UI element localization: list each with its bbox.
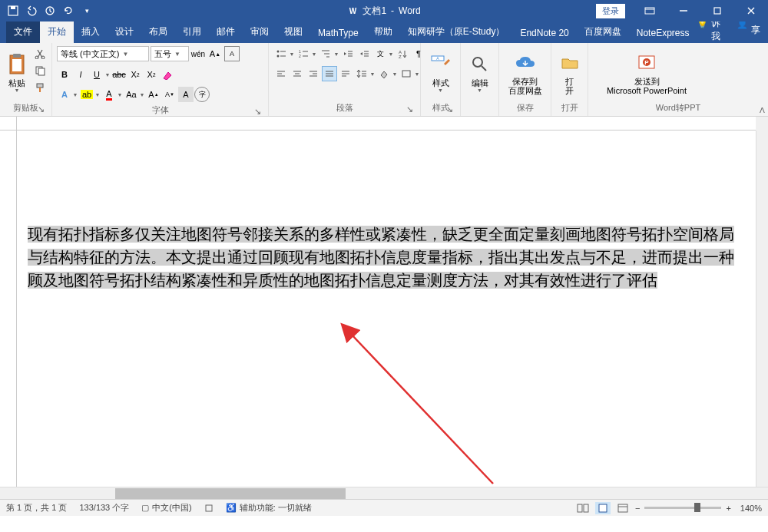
undo-icon[interactable]: [23, 2, 40, 19]
chevron-down-icon[interactable]: ▼: [311, 46, 317, 61]
zoom-out-button[interactable]: −: [635, 504, 640, 513]
char-border-icon[interactable]: A: [224, 46, 240, 61]
justify-icon[interactable]: [322, 66, 337, 81]
italic-button[interactable]: I: [73, 67, 88, 82]
shrink-font-icon[interactable]: A▼: [162, 87, 177, 102]
font-launcher-icon[interactable]: ↘: [253, 107, 262, 116]
decrease-indent-icon[interactable]: [340, 46, 356, 61]
save-icon[interactable]: [5, 2, 22, 19]
shading-icon[interactable]: [376, 66, 392, 81]
change-case-icon[interactable]: Aa: [124, 87, 139, 102]
increase-indent-icon[interactable]: [356, 46, 372, 61]
paragraph-launcher-icon[interactable]: ↘: [405, 104, 414, 114]
zoom-percent[interactable]: 140%: [740, 504, 762, 513]
copy-icon[interactable]: [32, 63, 48, 78]
tab-review[interactable]: 审阅: [243, 21, 276, 43]
minimize-icon[interactable]: [667, 0, 700, 21]
chevron-down-icon[interactable]: ▼: [139, 87, 145, 102]
clipboard-launcher-icon[interactable]: ↘: [36, 104, 45, 114]
bullets-icon[interactable]: [273, 46, 289, 61]
selected-text[interactable]: 现有拓扑指标多仅关注地图符号邻接关系的多样性或紧凑性，缺乏更全面定量刻画地图符号…: [28, 226, 734, 289]
align-center-icon[interactable]: [290, 66, 305, 81]
bold-button[interactable]: B: [57, 67, 72, 82]
styles-launcher-icon[interactable]: ↘: [445, 104, 454, 114]
maximize-icon[interactable]: [700, 0, 734, 21]
superscript-icon[interactable]: X2: [144, 67, 159, 82]
tab-design[interactable]: 设计: [108, 21, 141, 43]
font-size-combo[interactable]: 五号▼: [151, 46, 189, 61]
clear-format-icon[interactable]: [160, 67, 175, 82]
tab-estudy[interactable]: 知网研学（原E-Study）: [400, 21, 513, 43]
tab-noteexpress[interactable]: NoteExpress: [629, 24, 697, 43]
enclosed-chars-icon[interactable]: 字: [194, 87, 210, 102]
zoom-slider-thumb[interactable]: [694, 503, 700, 512]
vertical-scrollbar[interactable]: [756, 131, 768, 487]
font-color-icon[interactable]: A: [101, 87, 117, 102]
chevron-down-icon[interactable]: ▼: [94, 87, 101, 102]
status-page[interactable]: 第 1 页，共 1 页: [6, 502, 67, 514]
page-viewport[interactable]: 现有拓扑指标多仅关注地图符号邻接关系的多样性或紧凑性，缺乏更全面定量刻画地图符号…: [17, 131, 756, 487]
distribute-icon[interactable]: [338, 66, 353, 81]
document-page[interactable]: 现有拓扑指标多仅关注地图符号邻接关系的多样性或紧凑性，缺乏更全面定量刻画地图符号…: [17, 131, 756, 487]
tab-view[interactable]: 视图: [276, 21, 310, 43]
send-to-ppt-button[interactable]: P 发送到 Microsoft PowerPoint: [593, 46, 700, 100]
status-word-count[interactable]: 133/133 个字: [79, 502, 129, 514]
chevron-down-icon[interactable]: ▼: [369, 66, 376, 81]
grow-font-icon[interactable]: A▲: [146, 87, 161, 102]
open-button[interactable]: 打 开: [556, 46, 583, 100]
tab-references[interactable]: 引用: [175, 21, 209, 43]
editing-button[interactable]: 编辑 ▼: [465, 46, 494, 100]
char-shading-icon[interactable]: A: [178, 87, 194, 102]
paste-button[interactable]: 粘贴 ▼: [5, 46, 29, 100]
asian-layout-icon[interactable]: 文: [372, 46, 388, 61]
collapse-ribbon-icon[interactable]: ᐱ: [760, 106, 765, 114]
numbering-icon[interactable]: 12: [296, 46, 311, 61]
tab-help[interactable]: 帮助: [366, 21, 400, 43]
chevron-down-icon[interactable]: ▼: [392, 66, 398, 81]
tab-file[interactable]: 文件: [6, 21, 40, 43]
multilevel-list-icon[interactable]: [318, 46, 333, 61]
format-painter-icon[interactable]: [32, 80, 48, 95]
login-button[interactable]: 登录: [596, 4, 625, 18]
underline-button[interactable]: U: [89, 67, 104, 82]
strikethrough-icon[interactable]: abc: [111, 67, 127, 82]
chevron-down-icon[interactable]: ▼: [104, 67, 111, 82]
cut-icon[interactable]: [32, 46, 48, 61]
align-right-icon[interactable]: [306, 66, 321, 81]
ribbon-display-icon[interactable]: [633, 0, 667, 21]
phonetic-guide-icon[interactable]: wén: [190, 46, 206, 61]
status-language[interactable]: ▢ 中文(中国): [141, 502, 191, 514]
styles-button[interactable]: A 样式 ▼: [425, 46, 455, 100]
highlight-icon[interactable]: ab: [79, 87, 94, 102]
chevron-down-icon[interactable]: ▼: [333, 46, 339, 61]
text-effects-icon[interactable]: A: [57, 87, 72, 102]
vertical-ruler[interactable]: [0, 131, 17, 487]
tab-mathtype[interactable]: MathType: [310, 24, 366, 43]
tab-mailings[interactable]: 邮件: [209, 21, 243, 43]
refresh-icon[interactable]: [60, 2, 77, 19]
tab-layout[interactable]: 布局: [141, 21, 175, 43]
status-macros[interactable]: [204, 504, 214, 513]
tab-home[interactable]: 开始: [40, 21, 74, 43]
subscript-icon[interactable]: X2: [127, 67, 143, 82]
save-baidu-button[interactable]: 保存到 百度网盘: [504, 46, 546, 100]
horizontal-scrollbar[interactable]: [0, 487, 768, 499]
grow-font-icon[interactable]: A▲: [207, 46, 223, 61]
line-spacing-icon[interactable]: [354, 66, 369, 81]
redo-icon[interactable]: [41, 2, 58, 19]
sort-icon[interactable]: AZ: [395, 46, 410, 61]
print-layout-icon[interactable]: [595, 502, 611, 514]
zoom-in-button[interactable]: +: [726, 504, 730, 513]
chevron-down-icon[interactable]: ▼: [388, 46, 394, 61]
borders-icon[interactable]: [399, 66, 414, 81]
tab-baidu[interactable]: 百度网盘: [577, 21, 629, 43]
align-left-icon[interactable]: [273, 66, 289, 81]
chevron-down-icon[interactable]: ▼: [414, 66, 420, 81]
status-accessibility[interactable]: ♿ 辅助功能: 一切就绪: [226, 502, 312, 514]
chevron-down-icon[interactable]: ▼: [72, 87, 78, 102]
horizontal-ruler[interactable]: [17, 117, 756, 131]
read-mode-icon[interactable]: [575, 502, 591, 514]
chevron-down-icon[interactable]: ▼: [117, 87, 123, 102]
qat-customize-icon[interactable]: ▾: [78, 2, 95, 19]
scrollbar-thumb[interactable]: [115, 488, 346, 499]
